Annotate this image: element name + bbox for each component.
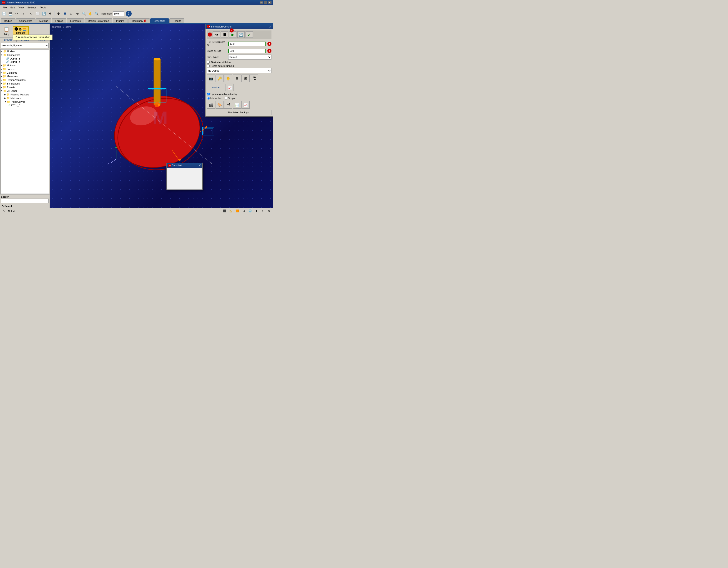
menu-file[interactable]: File [1, 6, 9, 9]
tree-item-connectors[interactable]: ▼ 📁 Connectors [1, 53, 49, 57]
bottom-btn-4[interactable]: 📊 [233, 101, 241, 109]
tab-motions[interactable]: Motions [36, 18, 52, 23]
setup-group[interactable]: 📋 Setup [1, 25, 12, 37]
maximize-btn[interactable]: □ [264, 1, 267, 4]
menu-settings[interactable]: Settings [25, 6, 38, 9]
start-equilibrium-checkbox[interactable] [207, 61, 210, 64]
bottom-btn-5[interactable]: 📈 [241, 101, 250, 109]
icon-btn-text[interactable]: ABCD [250, 75, 258, 82]
undo-btn[interactable]: ↩ [14, 11, 20, 17]
steps-input[interactable] [228, 49, 266, 53]
redo-btn[interactable]: ↪ [20, 11, 26, 17]
select-btn[interactable]: ↖ [28, 11, 34, 17]
expand-materials[interactable]: ▶ [4, 97, 6, 99]
expand-measures[interactable]: ▶ [1, 75, 2, 78]
tree-item-measures[interactable]: ▶ 📁 Measures [1, 75, 49, 78]
tab-elements[interactable]: Elements [67, 18, 84, 23]
icon-btn-chart[interactable]: 📈 [226, 84, 234, 91]
tree-item-design-variables[interactable]: ▶ 📁 Design Variables [1, 78, 49, 82]
search-input[interactable] [1, 199, 49, 203]
move-btn[interactable]: ✛ [47, 11, 53, 17]
status-icon-6[interactable]: ⬆ [254, 209, 259, 213]
bottom-btn-2[interactable]: 🐎 [216, 101, 224, 109]
group-btn[interactable]: ⚙ [55, 11, 61, 17]
tree-item-materials[interactable]: ▶ 📁 Materials [1, 96, 49, 100]
status-icon-3[interactable]: 🟧 [235, 209, 240, 213]
expand-point-curves[interactable]: ▼ [4, 101, 6, 103]
icon-btn-hand[interactable]: ✋ [224, 75, 232, 82]
blue-square-btn[interactable]: ■ [62, 11, 68, 17]
menu-view[interactable]: View [17, 6, 26, 9]
expand-design-vars[interactable]: ▶ [1, 79, 2, 81]
new-btn[interactable]: 📄 [1, 11, 7, 17]
play-btn[interactable]: e ▶ [229, 31, 236, 38]
status-icon-5[interactable]: 🌐 [248, 209, 252, 213]
bottom-btn-1[interactable]: 🎬 [207, 101, 215, 109]
bottom-btn-3[interactable]: 🎞 [224, 101, 232, 109]
debug-select[interactable]: No Debug [207, 68, 271, 73]
interactive-radio[interactable] [207, 97, 210, 100]
icon-btn-key[interactable]: 🔑 [216, 75, 224, 82]
tree-item-bodies[interactable]: ▼ 📁 Bodies [1, 50, 49, 53]
update-graphics-checkbox[interactable] [207, 93, 210, 95]
save-btn[interactable]: 💾 [7, 11, 13, 17]
settings-button[interactable]: Simulation Settings... [207, 110, 271, 115]
tree-item-joint-a[interactable]: 🔗 JOINT_A [1, 60, 49, 64]
tab-simulation[interactable]: Simulation [150, 18, 169, 23]
tree-item-results[interactable]: ▶ 📁 Results [1, 85, 49, 89]
tree-item-ptcv-c[interactable]: ↗ PTCV_C [1, 104, 49, 107]
expand-all-other[interactable]: ▼ [1, 90, 3, 92]
status-icon-2[interactable]: 📐 [229, 209, 233, 213]
icon-btn-layout1[interactable]: ⊟ [233, 75, 241, 82]
box-select-btn[interactable]: ⬜ [35, 11, 40, 17]
status-icon-1[interactable]: ⬛ [222, 209, 227, 213]
expand-simulations[interactable]: ▶ [1, 83, 2, 85]
expand-bodies[interactable]: ▼ [1, 50, 3, 53]
increment-input[interactable] [113, 11, 124, 16]
rewind-btn[interactable]: ⏮ [213, 31, 220, 38]
end-time-input[interactable] [228, 42, 266, 46]
simulate-group[interactable]: 🅑 ⚙ 🧮 Simulate [13, 26, 29, 35]
tree-item-elements[interactable]: ▶ 📁 Elements [1, 71, 49, 75]
sim-type-select[interactable]: Default [228, 55, 271, 60]
expand-forces[interactable]: ▶ [1, 68, 2, 70]
expand-connectors[interactable]: ▼ [1, 54, 3, 56]
help-button[interactable]: ? [126, 11, 132, 17]
status-icon-info[interactable]: ℹ [261, 209, 265, 213]
icon-btn-layout2[interactable]: ⊞ [241, 75, 250, 82]
menu-edit[interactable]: Edit [9, 6, 17, 9]
tree-item-motions[interactable]: ▶ 📁 Motions [1, 64, 49, 67]
tree-item-joint-b[interactable]: 🔗 JOINT_B [1, 57, 49, 60]
rotate-btn[interactable]: 🔄 [41, 11, 47, 17]
tab-plugins[interactable]: Plugins [113, 18, 128, 23]
close-btn[interactable]: ✕ [268, 1, 271, 4]
tree-item-floating-markers[interactable]: ▶ 📁 Floating Markers [1, 93, 49, 96]
tree-item-simulations[interactable]: ▶ 📁 Simulations [1, 82, 49, 85]
status-icon-arrow[interactable]: ↖ [2, 209, 6, 213]
sim-panel-close-btn[interactable]: ✕ [269, 25, 271, 28]
pan-btn[interactable]: ✋ [87, 11, 93, 17]
nastran-btn[interactable]: Nastran [207, 84, 225, 91]
coord-close-btn[interactable]: ✕ [199, 164, 201, 167]
tab-results[interactable]: Results [169, 18, 185, 23]
tab-machinery[interactable]: Machinery 🅐 [128, 18, 150, 23]
tab-bodies[interactable]: Bodies [1, 18, 15, 23]
zoom-in-btn[interactable]: 🔍 [94, 11, 100, 17]
tab-forces[interactable]: Forces [52, 18, 66, 23]
reset-before-checkbox[interactable] [207, 65, 210, 67]
expand-motions[interactable]: ▶ [1, 64, 2, 67]
stop-btn[interactable]: ⏹ [221, 31, 228, 38]
model-dropdown[interactable]: example_5_cams [1, 43, 49, 48]
status-icon-4[interactable]: ⊞ [241, 209, 246, 213]
check-btn[interactable]: ✓ [246, 31, 253, 38]
status-icon-settings[interactable]: ⚙ [267, 209, 271, 213]
loop-btn[interactable]: 🔄 [237, 31, 245, 38]
expand-elements[interactable]: ▶ [1, 72, 2, 74]
target-btn[interactable]: ⊕ [75, 11, 80, 17]
expand-floating-markers[interactable]: ▶ [4, 93, 6, 96]
menu-tools[interactable]: Tools [38, 6, 48, 9]
icon-btn-camera[interactable]: 📷 [207, 75, 215, 82]
tab-design-exploration[interactable]: Design Exploration [85, 18, 112, 23]
tree-item-all-other[interactable]: ▼ 📁 All Other [1, 89, 49, 93]
tree-item-point-curves[interactable]: ▼ 📁 Point Curves [1, 100, 49, 104]
